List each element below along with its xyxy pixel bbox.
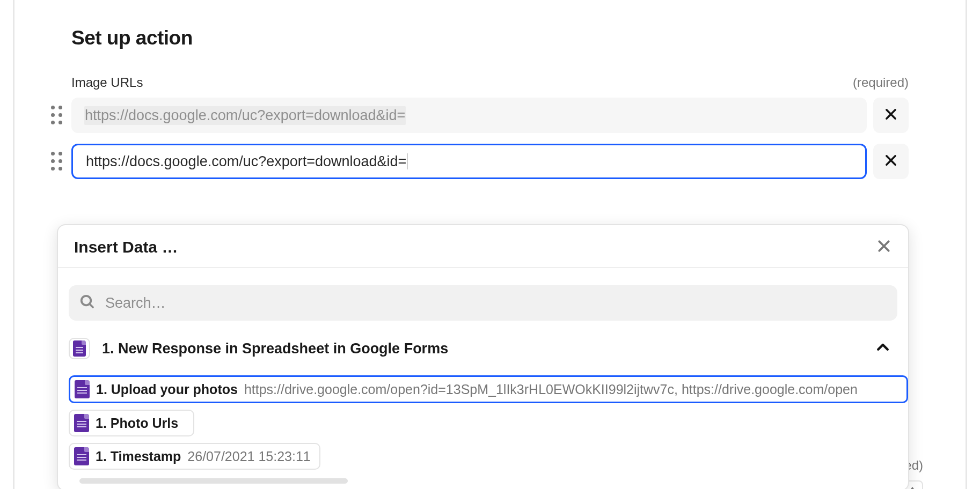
- google-forms-icon: [74, 447, 89, 465]
- remove-input-button[interactable]: [873, 98, 909, 133]
- field-option-label: 1. Timestamp: [96, 449, 181, 464]
- google-forms-icon: [75, 380, 90, 398]
- insert-data-dropdown: Insert Data … 1. New Response in Spreads…: [57, 224, 909, 489]
- url-input-row: https://docs.google.com/uc?export=downlo…: [71, 98, 909, 133]
- google-forms-icon: [69, 338, 90, 359]
- url-input-value: https://docs.google.com/uc?export=downlo…: [84, 106, 406, 125]
- data-field-option[interactable]: 1. Photo Urls: [69, 410, 194, 436]
- dropdown-title: Insert Data …: [74, 238, 178, 256]
- url-input[interactable]: https://docs.google.com/uc?export=downlo…: [71, 98, 867, 133]
- data-field-option[interactable]: 1. Upload your photos https://drive.goog…: [69, 375, 908, 403]
- drag-handle-icon[interactable]: [50, 106, 64, 125]
- section-title: Set up action: [71, 27, 909, 49]
- field-option-label: 1. Photo Urls: [96, 416, 178, 431]
- svg-marker-4: [909, 487, 916, 489]
- url-input-value: https://docs.google.com/uc?export=downlo…: [86, 153, 406, 170]
- close-icon: [883, 153, 898, 170]
- data-field-option[interactable]: 1. Timestamp 26/07/2021 15:23:11: [69, 443, 320, 470]
- panel-border-right: [966, 0, 967, 489]
- search-wrap: [58, 268, 908, 321]
- field-option-label: 1. Upload your photos: [96, 382, 238, 397]
- horizontal-scrollbar[interactable]: [79, 478, 348, 484]
- url-input-row: https://docs.google.com/uc?export=downlo…: [71, 144, 909, 179]
- field-required: (required): [853, 75, 909, 90]
- field-header: Image URLs (required): [71, 75, 909, 90]
- url-input[interactable]: https://docs.google.com/uc?export=downlo…: [71, 144, 867, 179]
- field-label: Image URLs: [71, 75, 143, 90]
- data-group-row[interactable]: 1. New Response in Spreadsheet in Google…: [58, 321, 908, 372]
- dropdown-header: Insert Data …: [58, 225, 908, 268]
- search-icon: [79, 294, 96, 312]
- close-icon: [876, 247, 892, 256]
- field-items-list: 1. Upload your photos https://drive.goog…: [58, 372, 908, 489]
- drag-handle-icon[interactable]: [50, 152, 64, 171]
- close-dropdown-button[interactable]: [876, 238, 892, 256]
- field-option-value: https://drive.google.com/open?id=13SpM_1…: [244, 382, 858, 397]
- data-group-title: 1. New Response in Spreadsheet in Google…: [102, 340, 863, 357]
- field-option-value: 26/07/2021 15:23:11: [187, 449, 310, 464]
- svg-line-9: [90, 304, 93, 307]
- search-input[interactable]: [105, 295, 887, 312]
- close-icon: [883, 107, 898, 124]
- remove-input-button[interactable]: [873, 144, 909, 179]
- chevron-up-icon: [875, 339, 891, 358]
- google-forms-icon: [74, 414, 89, 432]
- search-box: [69, 285, 897, 321]
